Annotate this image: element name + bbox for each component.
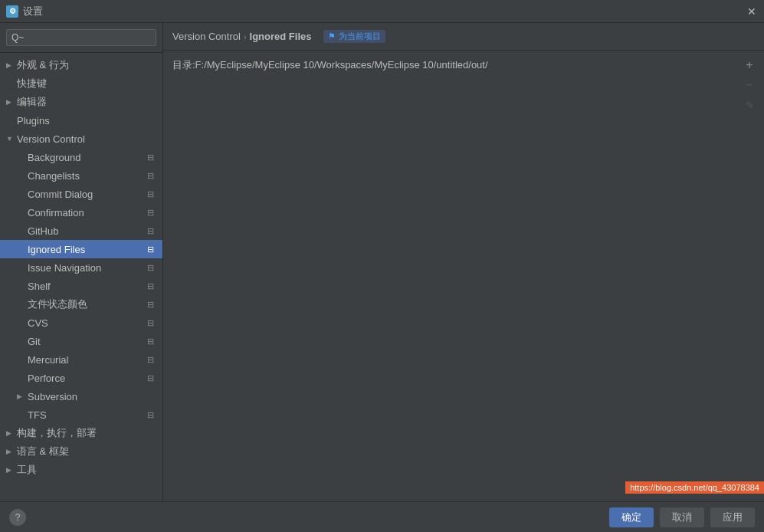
- content-body: 目录:F:/MyEclipse/MyEclipse 10/Workspaces/…: [163, 51, 764, 501]
- expand-arrow-editor: ▶: [6, 98, 17, 106]
- sidebar-item-version-control[interactable]: ▼ Version Control: [0, 130, 162, 148]
- window-title: 设置: [23, 5, 43, 18]
- sidebar: ▶ 外观 & 行为 快捷键 ▶ 编辑器 Plugins ▼ Version: [0, 23, 163, 501]
- sidebar-label-build: 构建，执行，部署: [17, 426, 156, 440]
- doc-icon-ignored: [144, 243, 156, 255]
- sidebar-label-filestatus: 文件状态颜色: [28, 297, 143, 311]
- expand-arrow-tools: ▶: [6, 466, 17, 474]
- expand-arrow-appearance: ▶: [6, 61, 17, 69]
- expand-arrow-vc: ▼: [6, 135, 17, 143]
- sidebar-item-plugins[interactable]: Plugins: [0, 111, 162, 130]
- sidebar-tree: ▶ 外观 & 行为 快捷键 ▶ 编辑器 Plugins ▼ Version: [0, 53, 162, 482]
- cancel-button[interactable]: 取消: [660, 507, 704, 527]
- search-input[interactable]: [6, 29, 156, 46]
- sidebar-label-cvs: CVS: [28, 317, 143, 329]
- sidebar-item-commit-dialog[interactable]: Commit Dialog: [0, 185, 162, 203]
- sidebar-label-changelists: Changelists: [28, 170, 143, 182]
- bottom-right: 确定 取消 应用: [609, 507, 755, 527]
- sidebar-label-vc: Version Control: [17, 133, 156, 145]
- sidebar-label-perforce: Perforce: [28, 373, 143, 384]
- app-icon: ⚙: [6, 5, 18, 18]
- path-text: 目录:F:/MyEclipse/MyEclipse 10/Workspaces/…: [172, 58, 488, 72]
- doc-icon-git: [144, 335, 156, 347]
- sidebar-label-ignored: Ignored Files: [28, 244, 143, 255]
- sidebar-item-github[interactable]: GitHub: [0, 222, 162, 240]
- main-container: ▶ 外观 & 行为 快捷键 ▶ 编辑器 Plugins ▼ Version: [0, 23, 764, 501]
- doc-icon-background: [144, 151, 156, 163]
- breadcrumb-tag[interactable]: ⚑ 为当前项目: [323, 30, 385, 43]
- doc-icon-tfs: [144, 409, 156, 421]
- doc-icon-mercurial: [144, 353, 156, 366]
- sidebar-item-subversion[interactable]: ▶ Subversion: [0, 387, 162, 406]
- sidebar-label-background: Background: [28, 152, 143, 163]
- breadcrumb-part1[interactable]: Version Control: [172, 31, 241, 42]
- sidebar-item-cvs[interactable]: CVS: [0, 314, 162, 332]
- expand-arrow-language: ▶: [6, 448, 17, 455]
- doc-icon-shelf: [144, 280, 156, 292]
- sidebar-label-appearance: 外观 & 行为: [17, 58, 156, 72]
- watermark: https://blog.csdn.net/qq_43078384: [625, 481, 764, 494]
- breadcrumb-separator: ›: [244, 32, 247, 41]
- sidebar-item-file-status[interactable]: 文件状态颜色: [0, 295, 162, 314]
- content-area: Version Control › Ignored Files ⚑ 为当前项目 …: [163, 23, 764, 501]
- doc-icon-confirmation: [144, 206, 156, 218]
- content-header: Version Control › Ignored Files ⚑ 为当前项目: [163, 23, 764, 51]
- sidebar-label-subversion: Subversion: [28, 391, 156, 402]
- sidebar-label-keymap: 快捷键: [17, 77, 156, 90]
- sidebar-item-keymap[interactable]: 快捷键: [0, 74, 162, 93]
- add-button[interactable]: +: [741, 57, 758, 74]
- apply-button[interactable]: 应用: [710, 507, 755, 527]
- breadcrumb-current: Ignored Files: [250, 31, 312, 42]
- title-bar-left: ⚙ 设置: [6, 5, 43, 18]
- sidebar-item-build[interactable]: ▶ 构建，执行，部署: [0, 424, 162, 442]
- sidebar-label-plugins: Plugins: [17, 115, 156, 126]
- sidebar-label-editor: 编辑器: [17, 95, 156, 109]
- sidebar-label-tfs: TFS: [28, 409, 143, 421]
- doc-icon-perforce: [144, 372, 156, 384]
- sidebar-item-tfs[interactable]: TFS: [0, 406, 162, 424]
- sidebar-label-confirmation: Confirmation: [28, 207, 143, 218]
- title-bar: ⚙ 设置 ✕: [0, 0, 764, 23]
- sidebar-item-appearance[interactable]: ▶ 外观 & 行为: [0, 56, 162, 74]
- sidebar-item-confirmation[interactable]: Confirmation: [0, 203, 162, 222]
- sidebar-label-tools: 工具: [17, 463, 156, 477]
- sidebar-item-editor[interactable]: ▶ 编辑器: [0, 93, 162, 111]
- sidebar-label-language: 语言 & 框架: [17, 445, 156, 458]
- sidebar-item-background[interactable]: Background: [0, 148, 162, 166]
- sidebar-item-shelf[interactable]: Shelf: [0, 277, 162, 295]
- sidebar-item-changelists[interactable]: Changelists: [0, 166, 162, 185]
- sidebar-label-commit: Commit Dialog: [28, 189, 143, 200]
- doc-icon-github: [144, 225, 156, 237]
- breadcrumb: Version Control › Ignored Files ⚑ 为当前项目: [172, 30, 385, 43]
- action-buttons: + − ✎: [741, 57, 758, 113]
- help-button[interactable]: ?: [9, 509, 26, 526]
- close-button[interactable]: ✕: [746, 5, 758, 18]
- path-entry: 目录:F:/MyEclipse/MyEclipse 10/Workspaces/…: [172, 57, 755, 74]
- doc-icon-filestatus: [144, 298, 156, 310]
- sidebar-label-git: Git: [28, 336, 143, 347]
- sidebar-item-mercurial[interactable]: Mercurial: [0, 350, 162, 369]
- remove-button[interactable]: −: [741, 77, 758, 94]
- doc-icon-issue: [144, 261, 156, 274]
- expand-arrow-subversion: ▶: [17, 392, 28, 400]
- sidebar-label-github: GitHub: [28, 225, 143, 237]
- sidebar-item-issue-nav[interactable]: Issue Navigation: [0, 258, 162, 277]
- sidebar-label-shelf: Shelf: [28, 281, 143, 292]
- bottom-bar: ? 确定 取消 应用: [0, 501, 764, 532]
- search-box: [0, 23, 162, 53]
- sidebar-label-mercurial: Mercurial: [28, 354, 143, 366]
- sidebar-item-git[interactable]: Git: [0, 332, 162, 350]
- edit-button[interactable]: ✎: [741, 97, 758, 113]
- doc-icon-commit: [144, 188, 156, 200]
- sidebar-label-issue: Issue Navigation: [28, 262, 143, 274]
- bottom-left: ?: [9, 509, 26, 526]
- doc-icon-changelists: [144, 169, 156, 182]
- sidebar-item-perforce[interactable]: Perforce: [0, 369, 162, 387]
- ok-button[interactable]: 确定: [609, 507, 654, 527]
- doc-icon-cvs: [144, 317, 156, 329]
- sidebar-item-tools[interactable]: ▶ 工具: [0, 461, 162, 479]
- sidebar-item-ignored-files[interactable]: Ignored Files: [0, 240, 162, 258]
- expand-arrow-build: ▶: [6, 429, 17, 437]
- sidebar-item-language[interactable]: ▶ 语言 & 框架: [0, 442, 162, 461]
